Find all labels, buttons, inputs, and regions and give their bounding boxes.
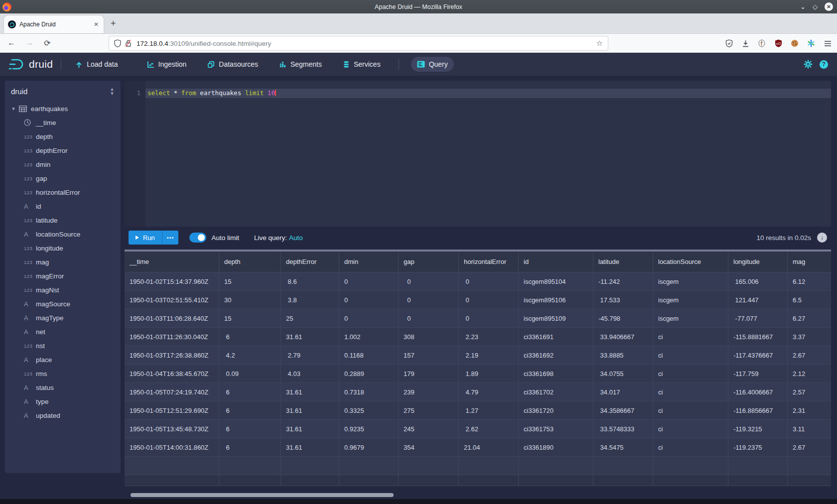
table-cell[interactable]: 0.2889 xyxy=(339,365,399,383)
sidebar-column-magNst[interactable]: 123magNst xyxy=(5,283,121,297)
table-cell[interactable]: 0.3325 xyxy=(339,401,399,420)
table-cell[interactable]: -77.077 xyxy=(728,309,788,328)
table-cell[interactable]: 1950-01-04T16:38:45.670Z xyxy=(125,365,219,383)
table-cell[interactable]: iscgem xyxy=(653,309,728,328)
table-cell[interactable]: 15 xyxy=(219,272,281,291)
column-header-longitude[interactable]: longitude xyxy=(728,252,788,272)
table-cell[interactable]: 0.7318 xyxy=(339,383,399,401)
close-icon[interactable]: ✕ xyxy=(825,2,833,11)
new-tab-button[interactable]: + xyxy=(111,18,116,28)
sidebar-column-gap[interactable]: 123gap xyxy=(5,171,121,185)
table-cell[interactable]: 1.002 xyxy=(339,328,399,346)
extension-ublock-icon[interactable]: uO xyxy=(774,39,783,48)
table-cell[interactable]: -119.2375 xyxy=(728,438,788,457)
table-cell[interactable]: 34.017 xyxy=(593,383,653,401)
url-bar[interactable]: 172.18.0.4:30109/unified-console.html#qu… xyxy=(109,36,608,51)
table-cell[interactable]: -119.3215 xyxy=(728,420,788,438)
table-cell[interactable]: 25 xyxy=(281,309,339,328)
table-cell[interactable]: 0 xyxy=(399,309,459,328)
nav-query[interactable]: Query xyxy=(411,57,454,72)
table-cell[interactable]: 2.79 xyxy=(281,346,339,365)
sidebar-column-latitude[interactable]: 123latitude xyxy=(5,213,121,227)
schema-selector[interactable]: druid ▲▼ xyxy=(5,81,121,102)
table-cell[interactable]: 0.9235 xyxy=(339,420,399,438)
table-cell[interactable]: 34.3586667 xyxy=(593,401,653,420)
column-header-horizontalError[interactable]: horizontalError xyxy=(459,252,519,272)
table-cell[interactable]: iscgem895109 xyxy=(519,309,593,328)
table-cell[interactable]: 2.12 xyxy=(788,365,831,383)
table-cell[interactable]: 6 xyxy=(219,328,281,346)
column-header-locationSource[interactable]: locationSource xyxy=(653,252,728,272)
table-cell[interactable]: 31.61 xyxy=(281,401,339,420)
table-cell[interactable]: 2.19 xyxy=(459,346,519,365)
table-cell[interactable]: 0.09 xyxy=(219,365,281,383)
download-results-icon[interactable]: ↓ xyxy=(817,233,827,243)
sidebar-column-mag[interactable]: 123mag xyxy=(5,255,121,269)
table-cell[interactable]: 0 xyxy=(459,309,519,328)
table-cell[interactable]: 0.1168 xyxy=(339,346,399,365)
table-cell[interactable]: 3.37 xyxy=(788,328,831,346)
table-cell[interactable]: 2.57 xyxy=(788,383,831,401)
table-cell[interactable]: ci3361698 xyxy=(519,365,593,383)
table-cell[interactable]: 2.62 xyxy=(459,420,519,438)
table-cell[interactable]: 1950-01-05T13:45:48.730Z xyxy=(125,420,219,438)
table-cell[interactable]: 1950-01-03T11:26:30.040Z xyxy=(125,328,219,346)
table-cell[interactable]: ci xyxy=(653,383,728,401)
back-icon[interactable]: ← xyxy=(4,38,19,48)
table-cell[interactable]: 31.61 xyxy=(281,438,339,457)
table-cell[interactable]: ci xyxy=(653,401,728,420)
table-cell[interactable]: 1950-01-03T11:06:28.640Z xyxy=(125,309,219,328)
table-cell[interactable]: -115.8881667 xyxy=(728,328,788,346)
settings-gear-icon[interactable] xyxy=(804,60,813,69)
table-cell[interactable]: 4.79 xyxy=(459,383,519,401)
auto-limit-toggle[interactable] xyxy=(189,233,206,243)
table-cell[interactable]: -11.242 xyxy=(593,272,653,291)
column-header-__time[interactable]: __time xyxy=(125,252,219,272)
column-header-depth[interactable]: depth xyxy=(219,252,281,272)
table-cell[interactable]: 6 xyxy=(219,420,281,438)
run-more-button[interactable]: ••• xyxy=(162,231,179,245)
table-cell[interactable]: 239 xyxy=(399,383,459,401)
sidebar-column-depthError[interactable]: 123depthError xyxy=(5,143,121,157)
double-caret-icon[interactable]: ▲▼ xyxy=(110,87,115,96)
table-cell[interactable]: 1950-01-03T02:51:55.410Z xyxy=(125,291,219,309)
nav-ingestion[interactable]: Ingestion xyxy=(141,57,193,72)
browser-tab[interactable]: Apache Druid ✕ xyxy=(4,15,104,33)
table-cell[interactable]: 0.9679 xyxy=(339,438,399,457)
table-cell[interactable]: 1950-01-05T14:00:31.860Z xyxy=(125,438,219,457)
pocket-shield-icon[interactable] xyxy=(724,39,733,48)
table-cell[interactable]: 33.9406667 xyxy=(593,328,653,346)
column-header-latitude[interactable]: latitude xyxy=(593,252,653,272)
table-cell[interactable]: 0 xyxy=(399,291,459,309)
table-cell[interactable]: 21.04 xyxy=(459,438,519,457)
table-cell[interactable]: 0 xyxy=(459,272,519,291)
table-cell[interactable]: 157 xyxy=(399,346,459,365)
tracking-shield-icon[interactable] xyxy=(114,39,121,47)
table-cell[interactable]: 31.61 xyxy=(281,383,339,401)
table-cell[interactable]: -45.798 xyxy=(593,309,653,328)
table-cell[interactable]: 2.31 xyxy=(788,401,831,420)
sidebar-column-net[interactable]: Anet xyxy=(5,325,121,339)
druid-logo[interactable]: druid xyxy=(8,58,53,71)
table-cell[interactable]: ci3361692 xyxy=(519,346,593,365)
downloads-icon[interactable] xyxy=(741,39,750,48)
table-cell[interactable]: 33.5748333 xyxy=(593,420,653,438)
sidebar-column-type[interactable]: Atype xyxy=(5,394,121,408)
scrollbar-thumb[interactable] xyxy=(131,493,394,497)
maximize-icon[interactable]: ◇ xyxy=(813,3,818,10)
nav-load-data[interactable]: Load data xyxy=(69,57,124,72)
table-cell[interactable]: 34.5475 xyxy=(593,438,653,457)
table-cell[interactable]: 6 xyxy=(219,438,281,457)
table-cell[interactable]: 31.61 xyxy=(281,328,339,346)
sidebar-column-magType[interactable]: AmagType xyxy=(5,311,121,325)
bookmark-star-icon[interactable]: ☆ xyxy=(596,39,603,48)
tab-close-icon[interactable]: ✕ xyxy=(93,21,100,28)
sidebar-column-rms[interactable]: 123rms xyxy=(5,367,121,380)
sidebar-column-nst[interactable]: 123nst xyxy=(5,339,121,353)
table-cell[interactable]: iscgem895106 xyxy=(519,291,593,309)
table-cell[interactable]: 0 xyxy=(339,291,399,309)
sql-editor[interactable]: 1 select * from earthquakes limit 10 xyxy=(125,81,831,227)
table-cell[interactable]: ci xyxy=(653,365,728,383)
live-query-label[interactable]: Live query:Auto xyxy=(254,234,303,242)
table-cell[interactable]: iscgem xyxy=(653,291,728,309)
